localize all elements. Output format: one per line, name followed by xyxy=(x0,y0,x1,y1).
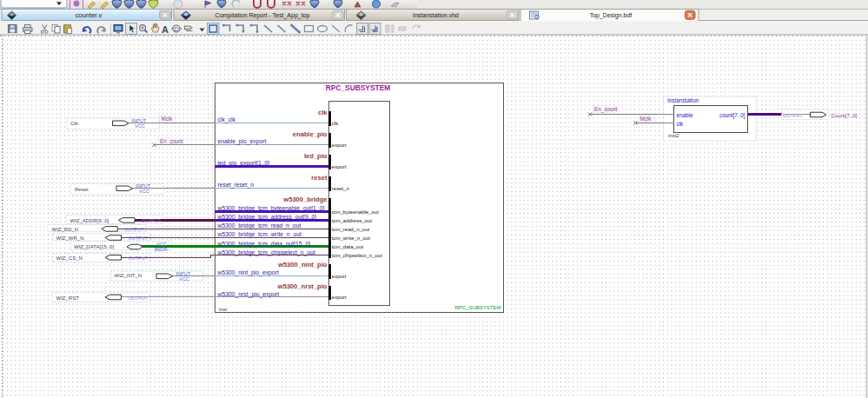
svg-text:w5300_bridge_tcm_byteenable_ou: w5300_bridge_tcm_byteenable_out[1..0] xyxy=(217,205,325,212)
svg-text:tcm_chipselect_n_out: tcm_chipselect_n_out xyxy=(332,253,382,258)
svg-text:Reset: Reset xyxy=(75,187,89,192)
svg-text:clk: clk xyxy=(332,121,339,126)
svg-text:Clk: Clk xyxy=(70,121,79,126)
svg-text:WIZ_INT_N: WIZ_INT_N xyxy=(115,273,142,278)
svg-text:Instanstation: Instanstation xyxy=(667,97,699,103)
svg-text:w5300_nrst_pio: w5300_nrst_pio xyxy=(277,282,328,290)
svg-text:OUTPUT: OUTPUT xyxy=(129,235,149,241)
svg-text:✕: ✕ xyxy=(335,11,341,19)
svg-text:A: A xyxy=(162,24,169,35)
svg-text:w5300_bridge_tcm_write_n_out: w5300_bridge_tcm_write_n_out xyxy=(217,231,301,238)
svg-text:enable_pio: enable_pio xyxy=(293,130,328,138)
svg-text:w5300_bridge_tcm_address_out[9: w5300_bridge_tcm_address_out[9..0] xyxy=(217,214,317,221)
svg-text:✕: ✕ xyxy=(687,11,692,19)
svg-text:w5300_nint_pio_export: w5300_nint_pio_export xyxy=(217,269,279,276)
svg-text:OUTPUT: OUTPUT xyxy=(129,295,149,301)
svg-text:OUTPUT: OUTPUT xyxy=(142,218,162,223)
svg-text:WIZ_RST: WIZ_RST xyxy=(56,295,80,301)
svg-text:count[7..0]: count[7..0] xyxy=(719,112,745,119)
svg-text:enable: enable xyxy=(677,112,693,118)
svg-text:tcm_write_n_out: tcm_write_n_out xyxy=(332,235,370,241)
svg-text:tcm_data_out: tcm_data_out xyxy=(332,244,364,249)
svg-text:VCC: VCC xyxy=(179,276,189,282)
svg-text:Mclk: Mclk xyxy=(162,116,174,122)
svg-text:inst: inst xyxy=(219,307,227,312)
svg-text:WIZ_WR_N: WIZ_WR_N xyxy=(56,235,84,241)
svg-text:reset_n: reset_n xyxy=(332,186,349,191)
svg-text:tcm_byteenable_out: tcm_byteenable_out xyxy=(332,209,379,215)
svg-text:clk_clk: clk_clk xyxy=(218,116,236,123)
svg-text:counter.v: counter.v xyxy=(76,11,103,19)
svg-text:Top_Design.bdf: Top_Design.bdf xyxy=(590,12,633,19)
svg-text:OUTPUT: OUTPUT xyxy=(783,113,803,118)
svg-text:✕: ✕ xyxy=(509,11,514,19)
svg-text:w5300_nrst_pio_export: w5300_nrst_pio_export xyxy=(217,291,280,298)
svg-text:tcm_read_n_out: tcm_read_n_out xyxy=(332,227,370,232)
svg-text:BIDIR: BIDIR xyxy=(155,247,168,252)
svg-text:export: export xyxy=(332,274,347,279)
svg-text:OUTPUT: OUTPUT xyxy=(124,227,144,232)
svg-text:Instanstation.vhd: Instanstation.vhd xyxy=(413,12,459,18)
svg-text:inst2: inst2 xyxy=(668,133,679,138)
svg-text:w5300_bridge_tcm_data_out[15..: w5300_bridge_tcm_data_out[15..0] xyxy=(217,241,311,248)
svg-text:RPC_SUBSYSTEM: RPC_SUBSYSTEM xyxy=(326,83,390,92)
svg-text:WIZ_RD_N: WIZ_RD_N xyxy=(52,227,79,232)
svg-text:✕: ✕ xyxy=(162,11,168,19)
svg-text:Count[7..0]: Count[7..0] xyxy=(832,112,858,118)
svg-text:export: export xyxy=(332,164,347,169)
svg-text:OUTPUT: OUTPUT xyxy=(129,255,149,261)
svg-text:D: D xyxy=(174,26,178,32)
svg-text:VCC: VCC xyxy=(135,123,145,129)
svg-text:RPC_SUBSYSTEM: RPC_SUBSYSTEM xyxy=(454,305,500,310)
svg-text:clk: clk xyxy=(677,121,685,127)
svg-text:clk: clk xyxy=(318,109,328,116)
svg-text:Compilation Report - Test_App_: Compilation Report - Test_App_top xyxy=(215,12,310,19)
svg-text:reset_reset_n: reset_reset_n xyxy=(218,182,255,189)
svg-text:w5300_nint_pio: w5300_nint_pio xyxy=(277,261,328,269)
svg-text:WIZ_DATA[15..0]: WIZ_DATA[15..0] xyxy=(74,244,114,249)
svg-text:w5300_bridge_tcm_read_n_out: w5300_bridge_tcm_read_n_out xyxy=(217,222,301,229)
svg-text:enable_pio_export: enable_pio_export xyxy=(218,138,267,145)
svg-text:led_pio: led_pio xyxy=(304,152,328,160)
svg-text:VCC: VCC xyxy=(139,189,149,194)
svg-text:w5300_bridge_tcm_chipselect_n_: w5300_bridge_tcm_chipselect_n_out xyxy=(217,249,315,256)
svg-text:w5300_bridge: w5300_bridge xyxy=(282,196,327,203)
svg-text:WIZ_ADDR[9..0]: WIZ_ADDR[9..0] xyxy=(70,218,109,223)
svg-text:WIZ_CS_N: WIZ_CS_N xyxy=(56,255,83,261)
svg-text:export: export xyxy=(332,295,347,300)
svg-text:Mclk: Mclk xyxy=(640,116,653,122)
svg-text:export: export xyxy=(332,143,347,148)
svg-text:tcm_address_out: tcm_address_out xyxy=(332,218,372,223)
svg-text:led_pio_export[1..0]: led_pio_export[1..0] xyxy=(218,160,270,167)
svg-text:En_count: En_count xyxy=(594,106,618,113)
svg-text:reset: reset xyxy=(311,174,328,182)
